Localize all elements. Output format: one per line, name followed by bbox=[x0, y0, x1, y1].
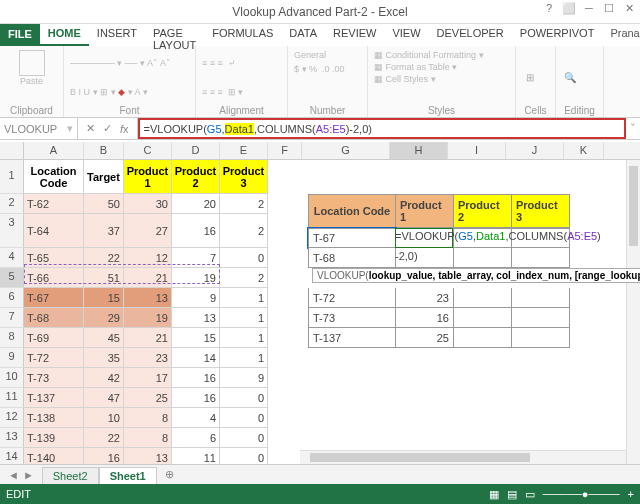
cell[interactable]: 29 bbox=[84, 308, 124, 328]
cell[interactable]: 50 bbox=[84, 194, 124, 214]
cell[interactable]: 7 bbox=[172, 248, 220, 268]
col-header-f[interactable]: F bbox=[268, 142, 302, 159]
cell[interactable]: 2 bbox=[220, 214, 268, 248]
cell[interactable]: 2 bbox=[220, 268, 268, 288]
lookup-cell[interactable]: 23 bbox=[396, 288, 454, 308]
sheet-tab-sheet1[interactable]: Sheet1 bbox=[99, 467, 157, 485]
cell[interactable]: T-139 bbox=[24, 428, 84, 448]
vertical-scrollbar[interactable] bbox=[626, 160, 640, 464]
tab-view[interactable]: VIEW bbox=[384, 24, 428, 46]
cell[interactable]: 21 bbox=[124, 268, 172, 288]
cell[interactable]: 0 bbox=[220, 408, 268, 428]
cell[interactable]: 1 bbox=[220, 288, 268, 308]
cell[interactable]: 0 bbox=[220, 428, 268, 448]
horizontal-scrollbar[interactable] bbox=[300, 450, 626, 464]
cell[interactable]: 19 bbox=[124, 308, 172, 328]
number-format[interactable]: General bbox=[294, 50, 326, 60]
col-header-e[interactable]: E bbox=[220, 142, 268, 159]
cell[interactable]: 8 bbox=[124, 428, 172, 448]
close-icon[interactable]: ✕ bbox=[622, 2, 636, 15]
cell[interactable]: 45 bbox=[84, 328, 124, 348]
lookup-cell[interactable]: 25 bbox=[396, 328, 454, 348]
lookup-cell[interactable] bbox=[512, 248, 570, 268]
cell[interactable]: 17 bbox=[124, 368, 172, 388]
cell[interactable]: 13 bbox=[124, 288, 172, 308]
tab-powerpivot[interactable]: POWERPIVOT bbox=[512, 24, 603, 46]
cell[interactable]: 19 bbox=[172, 268, 220, 288]
cell[interactable]: T-64 bbox=[24, 214, 84, 248]
lookup-cell[interactable] bbox=[512, 308, 570, 328]
cell[interactable]: Target bbox=[84, 160, 124, 194]
cell[interactable]: 16 bbox=[172, 368, 220, 388]
paste-icon[interactable] bbox=[19, 50, 45, 76]
cell[interactable]: 51 bbox=[84, 268, 124, 288]
cell[interactable]: 15 bbox=[172, 328, 220, 348]
cell[interactable]: 6 bbox=[172, 428, 220, 448]
cell[interactable]: Location Code bbox=[24, 160, 84, 194]
tab-file[interactable]: FILE bbox=[0, 24, 40, 46]
enter-icon[interactable]: ✓ bbox=[103, 122, 112, 135]
view-layout-icon[interactable]: ▤ bbox=[507, 488, 517, 501]
cell[interactable]: 9 bbox=[172, 288, 220, 308]
tab-page-layout[interactable]: PAGE LAYOUT bbox=[145, 24, 204, 46]
cell[interactable]: 12 bbox=[124, 248, 172, 268]
col-header-c[interactable]: C bbox=[124, 142, 172, 159]
cell[interactable]: 47 bbox=[84, 388, 124, 408]
lookup-cell[interactable]: 16 bbox=[396, 308, 454, 328]
col-header-i[interactable]: I bbox=[448, 142, 506, 159]
cell[interactable]: Product 1 bbox=[124, 160, 172, 194]
cell[interactable]: T-72 bbox=[24, 348, 84, 368]
cell[interactable]: 2 bbox=[220, 194, 268, 214]
conditional-formatting[interactable]: ▦ Conditional Formatting ▾ bbox=[374, 50, 484, 60]
col-header-j[interactable]: J bbox=[506, 142, 564, 159]
lookup-cell[interactable]: T-67 bbox=[308, 228, 396, 248]
format-as-table[interactable]: ▦ Format as Table ▾ bbox=[374, 62, 457, 72]
fx-icon[interactable]: fx bbox=[120, 123, 129, 135]
maximize-icon[interactable]: ☐ bbox=[602, 2, 616, 15]
lookup-cell[interactable] bbox=[454, 308, 512, 328]
cell[interactable]: T-137 bbox=[24, 388, 84, 408]
tab-review[interactable]: REVIEW bbox=[325, 24, 384, 46]
col-header-d[interactable]: D bbox=[172, 142, 220, 159]
cell[interactable]: 25 bbox=[124, 388, 172, 408]
sheet-nav-prev-icon[interactable]: ◄ bbox=[8, 469, 19, 481]
help-icon[interactable]: ? bbox=[542, 2, 556, 15]
cell[interactable]: T-138 bbox=[24, 408, 84, 428]
cell[interactable]: T-66 bbox=[24, 268, 84, 288]
cell-edit-h5[interactable]: =VLOOKUP(G5,Data1,COLUMNS(A5:E5) bbox=[395, 230, 601, 242]
lookup-cell[interactable]: T-73 bbox=[308, 308, 396, 328]
cell[interactable]: 1 bbox=[220, 308, 268, 328]
new-sheet-icon[interactable]: ⊕ bbox=[157, 468, 182, 481]
cell[interactable]: 22 bbox=[84, 248, 124, 268]
tab-developer[interactable]: DEVELOPER bbox=[429, 24, 512, 46]
cell[interactable]: Product 2 bbox=[172, 160, 220, 194]
lookup-cell[interactable] bbox=[512, 328, 570, 348]
worksheet-grid[interactable]: ABCDEFGHIJK 1Location CodeTargetProduct … bbox=[0, 142, 640, 484]
col-header-h[interactable]: H bbox=[390, 142, 448, 159]
cell[interactable]: 22 bbox=[84, 428, 124, 448]
lookup-cell[interactable] bbox=[512, 288, 570, 308]
cell[interactable]: 21 bbox=[124, 328, 172, 348]
cell[interactable]: 13 bbox=[172, 308, 220, 328]
cell[interactable]: 30 bbox=[124, 194, 172, 214]
ribbon-opts-icon[interactable]: ⬜ bbox=[562, 2, 576, 15]
cell[interactable]: 4 bbox=[172, 408, 220, 428]
cell[interactable]: 20 bbox=[172, 194, 220, 214]
cell[interactable]: 1 bbox=[220, 348, 268, 368]
tab-home[interactable]: HOME bbox=[40, 24, 89, 46]
cell[interactable]: 8 bbox=[124, 408, 172, 428]
cell[interactable]: 15 bbox=[84, 288, 124, 308]
cells-icon[interactable]: ⊞ bbox=[522, 70, 538, 86]
cell[interactable]: 9 bbox=[220, 368, 268, 388]
lookup-cell[interactable]: T-137 bbox=[308, 328, 396, 348]
cell[interactable]: 16 bbox=[172, 214, 220, 248]
cell[interactable]: 0 bbox=[220, 388, 268, 408]
tab-formulas[interactable]: FORMULAS bbox=[204, 24, 281, 46]
tab-insert[interactable]: INSERT bbox=[89, 24, 145, 46]
sheet-nav-next-icon[interactable]: ► bbox=[23, 469, 34, 481]
editing-icon[interactable]: 🔍 bbox=[562, 70, 578, 86]
cell[interactable]: 27 bbox=[124, 214, 172, 248]
sheet-tab-sheet2[interactable]: Sheet2 bbox=[42, 467, 99, 484]
view-normal-icon[interactable]: ▦ bbox=[489, 488, 499, 501]
view-break-icon[interactable]: ▭ bbox=[525, 488, 535, 501]
